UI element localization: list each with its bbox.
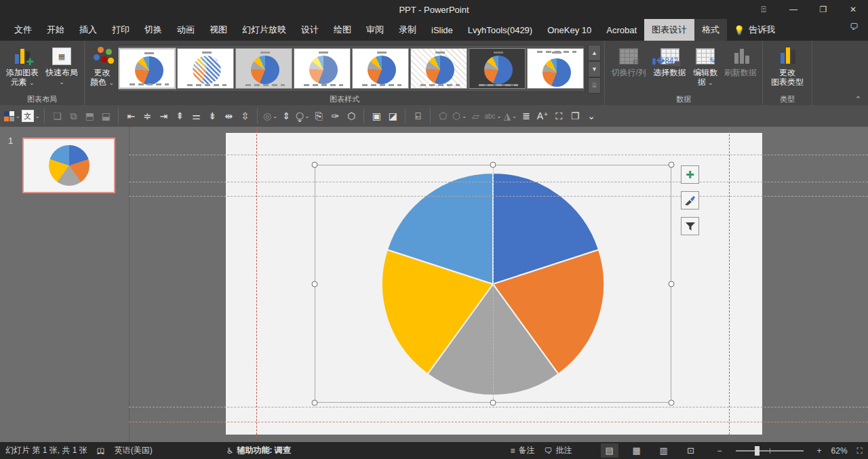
gallery-scroll-down-icon[interactable]: ▼ (588, 61, 601, 77)
align-top-icon[interactable]: ⇞ (172, 108, 187, 124)
chart-style-5[interactable] (352, 48, 409, 89)
menu-tab-切换[interactable]: 切换 (137, 19, 170, 41)
menu-tab-插入[interactable]: 插入 (72, 19, 104, 41)
chart-filter-button[interactable] (681, 217, 699, 235)
align-center-icon[interactable]: ≑ (140, 108, 155, 124)
guide-vertical-red[interactable] (256, 127, 257, 438)
chart-style-6[interactable] (410, 48, 467, 89)
chart-style-brush-button[interactable] (681, 191, 699, 209)
guide-vertical-red[interactable] (729, 127, 730, 438)
resize-handle-s[interactable] (490, 400, 496, 406)
zoom-out-button[interactable]: − (717, 446, 722, 456)
edit-data-button[interactable]: ✎ 编辑数 据 ⌄ (690, 43, 721, 87)
reading-view-button[interactable]: ▥ (655, 443, 673, 458)
resize-handle-nw[interactable] (312, 162, 318, 168)
zoom-level[interactable]: 62% (831, 446, 848, 456)
theme-color-grid-icon[interactable]: ⌄ (4, 108, 20, 124)
language-status[interactable]: 英语(美国) (115, 445, 153, 456)
menu-tab-打印[interactable]: 打印 (104, 19, 137, 41)
chart-style-7[interactable] (469, 48, 526, 89)
align-middle-icon[interactable]: ⚌ (189, 108, 203, 124)
menu-tab-文件[interactable]: 文件 (7, 19, 39, 41)
distribute-vertical-icon[interactable]: ⇳ (237, 108, 252, 124)
menu-tab-开始[interactable]: 开始 (39, 19, 72, 41)
chart-style-3[interactable] (235, 48, 292, 89)
spellcheck-icon[interactable]: 🕮 (97, 446, 105, 456)
menu-tab-绘图[interactable]: 绘图 (326, 19, 359, 41)
menu-tab-iSlide[interactable]: iSlide (424, 19, 460, 41)
menu-tab-OneKey 10[interactable]: OneKey 10 (540, 19, 599, 41)
change-colors-button[interactable]: 更改 颜色 ⌄ (88, 43, 116, 87)
edit-points-icon[interactable]: ⬠ (435, 108, 450, 124)
add-text-box-icon[interactable]: ≣ (519, 108, 534, 124)
selection-pane-icon[interactable]: ⍇ (410, 108, 425, 124)
text-style-icon[interactable]: 文⌄ (22, 108, 40, 124)
zoom-slider[interactable] (736, 450, 804, 452)
change-chart-type-button[interactable]: 更改 图表类型 (766, 43, 808, 87)
ungroup-objects-icon[interactable]: ⧉ (66, 108, 81, 124)
gallery-scroll-up-icon[interactable]: ▲ (588, 45, 601, 61)
picture-placeholder-icon[interactable]: ◪ (385, 108, 400, 124)
3d-model-icon[interactable]: ⬡ (344, 108, 359, 124)
chart-style-4[interactable] (294, 48, 351, 89)
menu-tab-图表设计[interactable]: 图表设计 (644, 19, 694, 41)
resize-handle-ne[interactable] (669, 162, 675, 168)
normal-view-button[interactable]: ▤ (601, 443, 618, 458)
resize-handle-w[interactable] (312, 281, 318, 287)
change-shape-icon[interactable]: ▱ (468, 108, 483, 124)
chart-style-8[interactable] (527, 48, 584, 89)
edit-shape-icon[interactable]: ⬡⌄ (452, 108, 467, 124)
chart-style-2[interactable] (177, 48, 234, 89)
layers-icon[interactable]: ❐ (568, 108, 583, 124)
animation-painter-icon[interactable]: ✑ (328, 108, 342, 124)
add-chart-element-button[interactable]: ✚ 添加图表 元素 ⌄ (3, 43, 41, 87)
minimize-button[interactable]: — (778, 0, 808, 19)
slide-thumbnail[interactable] (22, 138, 115, 193)
grow-font-icon[interactable]: A⁺ (535, 108, 550, 124)
fit-slide-icon[interactable]: ⛶ (551, 108, 566, 124)
menu-tab-录制[interactable]: 录制 (391, 19, 424, 41)
zoom-slider-knob[interactable] (755, 446, 760, 456)
chart-elements-plus-button[interactable]: ✚ (681, 165, 699, 184)
wordart-styles-icon[interactable]: ◮⌄ (502, 108, 517, 124)
menu-tab-审阅[interactable]: 审阅 (359, 19, 391, 41)
collapse-ribbon-icon[interactable]: ⌃ (855, 95, 861, 104)
menu-tab-幻灯片放映[interactable]: 幻灯片放映 (235, 19, 294, 41)
shape-union-icon[interactable]: ⧬⌄ (295, 108, 310, 124)
gallery-more-icon[interactable]: ⍗ (588, 77, 601, 94)
menu-tab-视图[interactable]: 视图 (202, 19, 235, 41)
menu-tab-设计[interactable]: 设计 (294, 19, 326, 41)
resize-handle-se[interactable] (669, 400, 675, 406)
comments-toggle[interactable]: 🗨批注 (545, 445, 572, 456)
group-objects-icon[interactable]: ❏ (50, 108, 64, 124)
menu-tab-LvyhTools(0429)[interactable]: LvyhTools(0429) (460, 19, 540, 41)
close-button[interactable]: ✕ (838, 0, 868, 19)
fit-to-window-icon[interactable]: ⛶ (857, 446, 863, 456)
shape-combine-icon[interactable]: ◎⌄ (262, 108, 277, 124)
restore-button[interactable]: ❐ (808, 0, 838, 19)
bring-forward-icon[interactable]: ⬒ (82, 108, 97, 124)
ribbon-display-options-icon[interactable]: ⍐ (749, 0, 778, 19)
menu-tab-Acrobat[interactable]: Acrobat (599, 19, 644, 41)
resize-handle-sw[interactable] (312, 400, 318, 406)
align-left-icon[interactable]: ⇤ (123, 108, 138, 124)
accessibility-status[interactable]: ♿ 辅助功能: 调查 (226, 445, 291, 456)
swap-size-icon[interactable]: ⇕ (279, 108, 294, 124)
alt-text-icon[interactable]: ▣ (369, 108, 384, 124)
toolbar-overflow-icon[interactable]: ⌄ (584, 108, 599, 124)
align-bottom-icon[interactable]: ⇟ (205, 108, 220, 124)
slideshow-view-button[interactable]: ⊡ (682, 443, 700, 458)
tell-me[interactable]: 💡 告诉我 (727, 19, 782, 41)
duplicate-slide-icon[interactable]: ⎘ (311, 108, 326, 124)
slide-sorter-view-button[interactable]: ▦ (628, 443, 646, 458)
distribute-horizontal-icon[interactable]: ⇹ (221, 108, 236, 124)
chart-style-1[interactable] (119, 48, 176, 89)
select-data-button[interactable]: ▮�842;▂▄ 选择数据 (650, 43, 688, 77)
notes-toggle[interactable]: ≡备注 (511, 445, 535, 456)
send-backward-icon[interactable]: ⬓ (98, 108, 113, 124)
resize-handle-n[interactable] (490, 162, 496, 168)
menu-tab-格式[interactable]: 格式 (694, 19, 727, 41)
quick-layout-button[interactable]: ▦ 快速布局 ⌄ (43, 43, 81, 87)
align-right-icon[interactable]: ⇥ (156, 108, 171, 124)
text-highlight-icon[interactable]: abc⌄ (484, 108, 501, 124)
